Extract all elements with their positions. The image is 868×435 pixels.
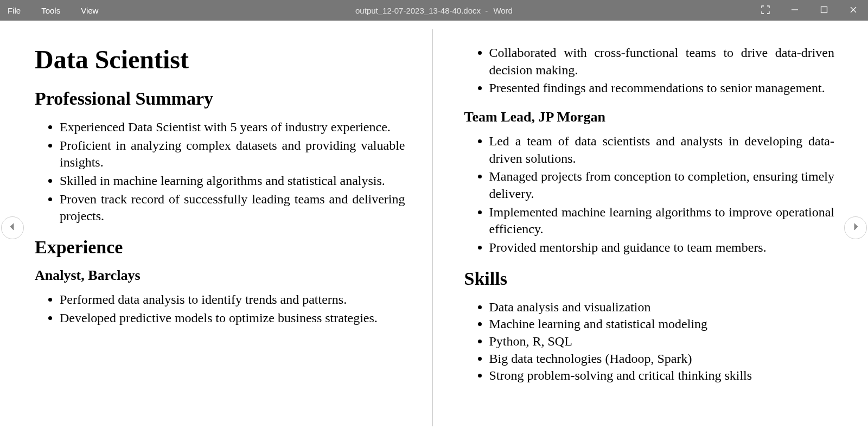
list-item: Machine learning and statistical modelin… — [489, 316, 836, 333]
list-item: Managed projects from conception to comp… — [489, 168, 836, 202]
list-item: Skilled in machine learning algorithms a… — [60, 172, 406, 190]
barclays-list: Performed data analysis to identify tren… — [35, 291, 406, 327]
menu-view[interactable]: View — [81, 6, 98, 15]
list-item: Collaborated with cross-functional teams… — [489, 44, 836, 79]
list-item: Experienced Data Scientist with 5 years … — [60, 119, 406, 136]
minimize-icon — [791, 6, 799, 15]
close-button[interactable] — [839, 0, 868, 21]
section-heading-skills: Skills — [464, 268, 836, 289]
menu-tools[interactable]: Tools — [41, 6, 60, 15]
summary-list: Experienced Data Scientist with 5 years … — [35, 119, 406, 225]
list-item: Implemented machine learning algorithms … — [489, 204, 836, 238]
list-item: Big data technologies (Hadoop, Spark) — [489, 350, 836, 368]
list-item: Data analysis and visualization — [489, 299, 836, 316]
list-item: Developed predictive models to optimize … — [60, 310, 406, 327]
jpmorgan-list: Led a team of data scientists and analys… — [464, 133, 836, 257]
document-columns: Data Scientist Professional Summary Expe… — [0, 21, 868, 435]
minimize-button[interactable] — [780, 0, 809, 21]
close-icon — [850, 6, 857, 15]
list-item: Python, R, SQL — [489, 333, 836, 350]
page-title: Data Scientist — [35, 44, 406, 74]
svg-rect-1 — [821, 7, 827, 12]
list-item: Proven track record of successfully lead… — [60, 191, 406, 225]
section-heading-experience: Experience — [35, 237, 406, 258]
list-item: Proficient in analyzing complex datasets… — [60, 137, 406, 171]
fullscreen-button[interactable] — [751, 0, 780, 21]
menu-file[interactable]: File — [8, 6, 21, 15]
list-item: Presented findings and recommendations t… — [489, 80, 836, 97]
barclays-list-cont: Collaborated with cross-functional teams… — [464, 44, 836, 97]
column-right: Collaborated with cross-functional teams… — [433, 21, 869, 435]
list-item: Performed data analysis to identify tren… — [60, 291, 406, 309]
list-item: Led a team of data scientists and analys… — [489, 133, 836, 167]
list-item: Provided mentorship and guidance to team… — [489, 239, 836, 257]
job-heading-barclays: Analyst, Barclays — [35, 267, 406, 284]
window-controls — [751, 0, 868, 21]
maximize-icon — [820, 6, 828, 15]
title-separator: - — [483, 6, 491, 15]
list-item: Strong problem-solving and critical thin… — [489, 367, 836, 385]
app-name: Word — [493, 6, 513, 15]
section-heading-summary: Professional Summary — [35, 88, 406, 109]
job-heading-jpmorgan: Team Lead, JP Morgan — [464, 109, 836, 125]
column-left: Data Scientist Professional Summary Expe… — [0, 21, 432, 435]
window-title: output_12-07-2023_13-48-40.docx - Word — [355, 6, 513, 15]
titlebar: File Tools View output_12-07-2023_13-48-… — [0, 0, 868, 21]
document-area: Data Scientist Professional Summary Expe… — [0, 21, 868, 435]
maximize-button[interactable] — [809, 0, 839, 21]
menu-bar: File Tools View — [0, 6, 98, 15]
fullscreen-icon — [761, 5, 770, 16]
skills-list: Data analysis and visualization Machine … — [464, 299, 836, 385]
document-filename: output_12-07-2023_13-48-40.docx — [355, 6, 481, 15]
